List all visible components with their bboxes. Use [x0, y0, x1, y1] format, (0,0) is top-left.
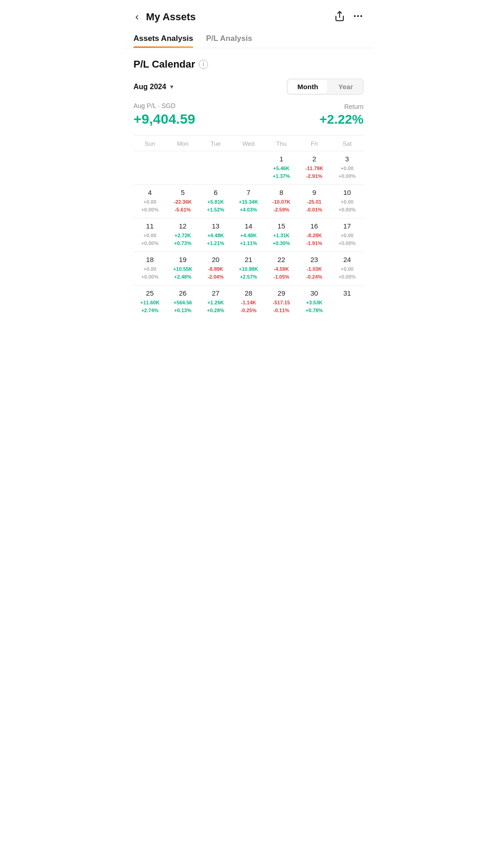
pl-summary: Aug P/L · SGD +9,404.59 Return +2.22% [133, 102, 364, 127]
table-row: 7+15.34K+4.03% [232, 184, 265, 218]
cal-pl-value: +10.55K+2.48% [167, 265, 198, 280]
cal-pl-value: +5.46K+1.37% [266, 165, 297, 180]
cal-day-number: 31 [332, 289, 363, 297]
cal-pl-value: -8.28K-1.91% [299, 232, 329, 247]
page-title: My Assets [146, 11, 196, 23]
share-icon[interactable] [334, 11, 345, 24]
cal-pl-value: +0.00+0.00% [332, 198, 363, 213]
cal-pl-value: +5.81K+1.52% [200, 198, 231, 213]
table-row: 3+0.00+0.00% [331, 151, 364, 184]
table-row: 24+0.00+0.00% [331, 251, 364, 285]
table-row: 13+4.48K+1.21% [199, 218, 232, 251]
pl-value: +9,404.59 [133, 111, 195, 127]
cal-day-number: 28 [233, 289, 264, 297]
cal-pl-value: -1.03K-0.24% [299, 265, 329, 280]
table-row: 25+11.60K+2.74% [133, 285, 166, 319]
cal-day-number: 24 [332, 256, 363, 263]
cal-day-number: 9 [299, 188, 329, 196]
info-icon[interactable]: i [199, 60, 208, 69]
cal-pl-value: -25.01-0.01% [299, 198, 329, 213]
cal-pl-value: +0.00+0.00% [134, 232, 165, 247]
table-row: 10+0.00+0.00% [331, 184, 364, 218]
month-selector[interactable]: Aug 2024 ▼ [133, 83, 174, 91]
tab-assets-analysis[interactable]: Assets Analysis [133, 29, 193, 48]
table-row [166, 151, 199, 184]
cal-day-number: 26 [167, 289, 198, 297]
table-row [232, 151, 265, 184]
cal-day-number: 1 [266, 155, 297, 163]
cal-pl-value: +1.26K+0.28% [200, 299, 231, 314]
cal-day-number: 27 [200, 289, 231, 297]
return-label: Return [319, 103, 364, 110]
cal-day-number: 20 [200, 256, 231, 263]
table-row: 26+564.56+0.13% [166, 285, 199, 319]
cal-day-number: 5 [167, 188, 198, 196]
weekday-thu: Thu [265, 140, 298, 147]
table-row [133, 151, 166, 184]
header: ‹ My Assets [124, 0, 373, 29]
weekday-tue: Tue [199, 140, 232, 147]
cal-pl-value: +0.00+0.00% [134, 265, 165, 280]
cal-day-number: 8 [266, 188, 297, 196]
cal-pl-value: +0.00+0.00% [332, 265, 363, 280]
toggle-year-button[interactable]: Year [328, 79, 363, 94]
calendar-grid: 1+5.46K+1.37%2-11.79K-2.91%3+0.00+0.00%4… [133, 151, 364, 319]
weekday-fri: Fri [298, 140, 330, 147]
cal-day-number: 30 [299, 289, 329, 297]
table-row: 22-4.59K-1.05% [265, 251, 298, 285]
table-row: 23-1.03K-0.24% [298, 251, 330, 285]
cal-pl-value: +15.34K+4.03% [233, 198, 264, 213]
cal-day-number: 25 [134, 289, 165, 297]
table-row: 31 [331, 285, 364, 319]
weekday-mon: Mon [166, 140, 199, 147]
calendar-header: Sun Mon Tue Wed Thu Fri Sat [133, 136, 364, 151]
tabs-bar: Assets Analysis P/L Analysis [124, 29, 373, 48]
table-row: 12+2.72K+0.73% [166, 218, 199, 251]
table-row: 17+0.00+0.00% [331, 218, 364, 251]
cal-day-number: 16 [299, 222, 329, 230]
pl-calendar-label: P/L Calendar [133, 58, 195, 70]
chevron-down-icon: ▼ [169, 84, 174, 90]
svg-point-2 [357, 15, 359, 17]
table-row: 16-8.28K-1.91% [298, 218, 330, 251]
cal-day-number: 19 [167, 256, 198, 263]
weekday-wed: Wed [232, 140, 265, 147]
cal-day-number: 7 [233, 188, 264, 196]
header-left: ‹ My Assets [133, 9, 196, 25]
table-row: 20-8.89K-2.04% [199, 251, 232, 285]
tab-pl-analysis[interactable]: P/L Analysis [206, 29, 252, 48]
table-row: 9-25.01-0.01% [298, 184, 330, 218]
pl-calendar-title: P/L Calendar i [133, 58, 364, 70]
table-row [199, 151, 232, 184]
back-button[interactable]: ‹ [133, 9, 140, 25]
cal-pl-value: +4.48K+1.11% [233, 232, 264, 247]
cal-pl-value: +3.53K+0.78% [299, 299, 329, 314]
table-row: 2-11.79K-2.91% [298, 151, 330, 184]
table-row: 28-1.14K-0.25% [232, 285, 265, 319]
view-toggle: Month Year [287, 79, 364, 95]
toggle-month-button[interactable]: Month [288, 80, 327, 93]
cal-day-number: 18 [134, 256, 165, 263]
cal-day-number: 29 [266, 289, 297, 297]
table-row: 11+0.00+0.00% [133, 218, 166, 251]
table-row: 18+0.00+0.00% [133, 251, 166, 285]
svg-point-3 [360, 15, 362, 17]
more-icon[interactable] [353, 11, 364, 24]
table-row: 1+5.46K+1.37% [265, 151, 298, 184]
cal-pl-value: +4.48K+1.21% [200, 232, 231, 247]
table-row: 15+1.31K+0.30% [265, 218, 298, 251]
cal-day-number: 22 [266, 256, 297, 263]
return-value: +2.22% [319, 112, 364, 127]
cal-pl-value: +11.60K+2.74% [134, 299, 165, 314]
weekday-sat: Sat [331, 140, 364, 147]
cal-pl-value: +2.72K+0.73% [167, 232, 198, 247]
cal-day-number: 4 [134, 188, 165, 196]
calendar: Sun Mon Tue Wed Thu Fri Sat 1+5.46K+1.37… [133, 135, 364, 319]
cal-pl-value: -8.89K-2.04% [200, 265, 231, 280]
table-row: 4+0.00+0.00% [133, 184, 166, 218]
cal-day-number: 14 [233, 222, 264, 230]
header-right [334, 11, 364, 24]
table-row: 29-517.15-0.11% [265, 285, 298, 319]
cal-day-number: 12 [167, 222, 198, 230]
table-row: 8-10.07K-2.59% [265, 184, 298, 218]
